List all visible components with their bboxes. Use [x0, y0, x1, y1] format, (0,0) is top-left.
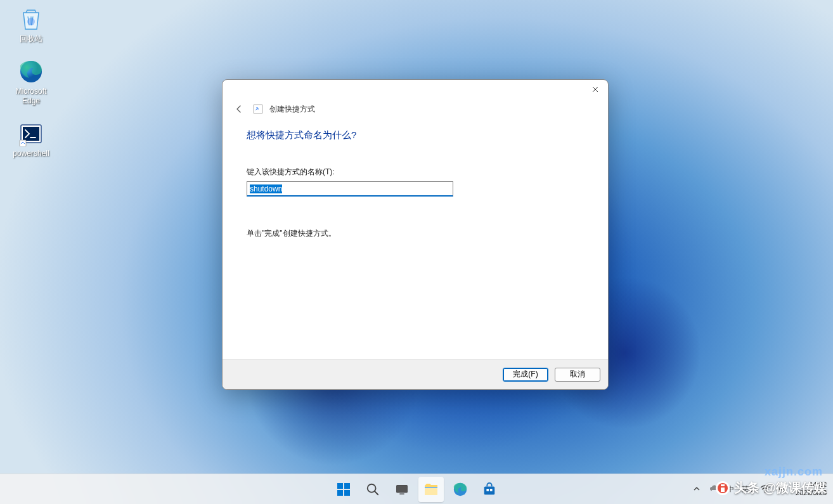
edge-icon [453, 482, 468, 497]
close-icon [592, 86, 598, 93]
back-button[interactable] [231, 101, 247, 117]
edge-icon [18, 59, 44, 84]
svg-rect-16 [397, 485, 408, 492]
dialog-hint: 单击"完成"创建快捷方式。 [247, 228, 584, 239]
ime-language-1[interactable]: 中 [727, 484, 734, 494]
desktop-icon-label: 回收站 [20, 34, 42, 43]
chevron-up-icon [694, 486, 700, 492]
cloud-icon [709, 484, 720, 494]
file-explorer-icon [423, 482, 439, 497]
tray-clock[interactable]: 14:02 2022/3/23 [796, 481, 827, 497]
svg-rect-13 [344, 490, 350, 496]
task-view-icon [395, 482, 409, 496]
finish-button[interactable]: 完成(F) [503, 368, 548, 382]
volume-icon [778, 484, 788, 494]
powershell-icon [18, 121, 44, 146]
windows-icon [336, 482, 351, 497]
dialog-heading: 想将快捷方式命名为什么? [247, 129, 584, 141]
shortcut-name-input[interactable] [247, 181, 453, 197]
svg-rect-22 [486, 489, 489, 491]
desktop-icons-area: 回收站 Microsoft Edge powershell [6, 6, 56, 158]
tray-network[interactable] [760, 484, 770, 494]
svg-point-0 [27, 18, 35, 25]
ime-language-2[interactable]: 英 , [742, 484, 752, 494]
name-field-label: 键入该快捷方式的名称(T): [247, 167, 584, 178]
desktop-icon-recycle-bin[interactable]: 回收站 [6, 6, 56, 43]
dialog-header: 创建快捷方式 [223, 99, 608, 123]
svg-rect-21 [484, 486, 495, 494]
start-button[interactable] [331, 477, 356, 502]
svg-rect-11 [344, 483, 350, 489]
arrow-left-icon [234, 104, 244, 114]
dialog-title: 创建快捷方式 [269, 104, 315, 115]
wifi-icon [760, 484, 770, 494]
svg-rect-19 [425, 487, 437, 488]
desktop-icon-edge[interactable]: Microsoft Edge [6, 59, 56, 105]
close-button[interactable] [586, 82, 604, 97]
desktop-icon-label: powershell [13, 149, 49, 158]
store-button[interactable] [477, 477, 502, 502]
search-button[interactable] [360, 477, 385, 502]
system-tray: 中 英 , 14:02 2022/3/23 [692, 474, 827, 504]
svg-rect-23 [490, 489, 493, 491]
tray-volume[interactable] [778, 484, 788, 494]
tray-date: 2022/3/23 [796, 489, 827, 497]
tray-onedrive[interactable] [709, 484, 720, 494]
desktop-icon-powershell[interactable]: powershell [6, 121, 56, 158]
create-shortcut-dialog: 创建快捷方式 想将快捷方式命名为什么? 键入该快捷方式的名称(T): 单击"完成… [222, 79, 609, 390]
shortcut-icon [253, 104, 263, 114]
taskbar-center [331, 477, 502, 502]
svg-rect-4 [20, 140, 26, 146]
svg-rect-10 [337, 483, 343, 489]
tray-chevron-up[interactable] [692, 484, 702, 494]
svg-point-24 [765, 492, 766, 493]
desktop-icon-label: Microsoft Edge [6, 87, 56, 105]
recycle-bin-icon [18, 6, 44, 32]
desktop-wallpaper: 回收站 Microsoft Edge powershell [0, 0, 833, 504]
dialog-body: 想将快捷方式命名为什么? 键入该快捷方式的名称(T): 单击"完成"创建快捷方式… [223, 123, 608, 359]
taskbar: 中 英 , 14:02 2022/3/23 [0, 474, 833, 504]
tray-time: 14:02 [796, 481, 827, 489]
task-view-button[interactable] [389, 477, 415, 502]
search-icon [366, 482, 380, 496]
dialog-footer: 完成(F) 取消 [223, 359, 608, 389]
edge-taskbar-button[interactable] [448, 477, 473, 502]
svg-rect-12 [337, 490, 343, 496]
dialog-titlebar[interactable] [223, 80, 608, 99]
svg-rect-17 [399, 493, 404, 494]
file-explorer-button[interactable] [418, 477, 444, 502]
store-icon [482, 482, 496, 496]
cancel-button[interactable]: 取消 [555, 368, 600, 382]
svg-rect-3 [23, 127, 39, 141]
